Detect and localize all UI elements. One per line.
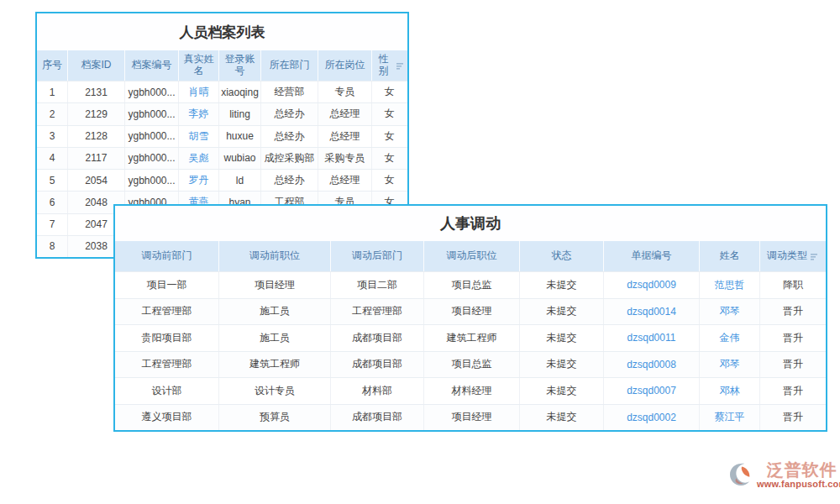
personnel-table-header: 序号档案ID档案编号真实姓名登录账号所在部门所在岗位性别 [37,50,407,81]
column-header-label: 单据编号 [632,250,672,262]
cell-name: 邓林 [699,378,759,404]
cell-doc_no: dzsqd0007 [603,378,699,404]
table-row: 项目一部项目经理项目二部项目总监未提交dzsqd0009范思哲降职 [115,271,826,298]
cell-after_post: 材料经理 [423,378,519,404]
cell-link-name[interactable]: 金伟 [720,331,740,345]
table-row: 42117ygbh000...吴彪wubiao成控采购部采购专员女 [37,147,407,169]
cell-text: 设计专员 [255,384,295,398]
cell-text: 4 [50,152,55,164]
cell-before_dept: 项目一部 [115,272,218,298]
column-header-after_dept: 调动后部门 [330,241,423,271]
column-header-label: 调动前职位 [249,250,300,262]
cell-link-name[interactable]: 罗丹 [189,173,209,187]
brand-text-block: 泛普软件 www.fanpusoft.com [757,461,840,489]
cell-text: 预算员 [260,410,290,424]
cell-text: 总经理 [330,107,360,121]
transfer-table-header: 调动前部门调动前职位调动后部门调动后职位状态单据编号姓名调动类型 [115,241,826,271]
cell-link-name[interactable]: 肖晴 [189,85,209,99]
cell-seq: 4 [37,148,67,169]
cell-text: 未提交 [547,384,577,398]
cell-link-doc_no[interactable]: dzsqd0007 [627,385,676,396]
cell-after_post: 项目经理 [423,405,519,431]
cell-dept: 总经办 [260,103,318,124]
cell-text: 女 [385,129,395,144]
cell-before_post: 施工员 [218,325,330,351]
table-row: 遵义项目部预算员成都项目部项目经理未提交dzsqd0002蔡江平晋升 [115,404,826,431]
cell-seq: 2 [37,103,67,124]
column-header-label: 调动前部门 [142,250,192,262]
column-header-label: 真实姓名 [181,54,217,77]
cell-text: 施工员 [260,304,290,318]
cell-dept: 总经办 [260,126,318,147]
cell-gender: 女 [371,148,407,169]
cell-text: 项目二部 [357,278,397,292]
cell-name: 胡雪 [178,126,218,147]
cell-seq: 7 [37,214,67,235]
cell-code: ygbh000... [124,170,178,191]
cell-link-doc_no[interactable]: dzsqd0014 [627,306,676,318]
column-header-label: 登录账号 [221,54,259,77]
cell-type: 晋升 [759,325,826,351]
cell-text: 晋升 [783,384,803,398]
cell-name: 肖晴 [178,81,218,102]
column-header-gender[interactable]: 性别 [371,50,407,81]
cell-text: 建筑工程师 [249,357,300,371]
column-header-label: 调动类型 [767,250,807,262]
cell-link-doc_no[interactable]: dzsqd0008 [627,359,676,370]
cell-text: 未提交 [547,410,577,424]
cell-name: 邓琴 [699,352,759,378]
cell-doc_no: dzsqd0009 [603,272,699,298]
column-header-type[interactable]: 调动类型 [759,241,826,271]
column-header-label: 所在岗位 [325,60,365,71]
cell-text: 7 [50,218,55,230]
cell-text: 2 [50,108,55,120]
brand-logo-icon [727,461,754,491]
cell-link-name[interactable]: 胡雪 [189,129,209,144]
cell-after_dept: 成都项目部 [330,325,423,351]
cell-text: 2129 [85,108,108,120]
cell-link-doc_no[interactable]: dzsqd0011 [627,332,676,344]
cell-text: 项目经理 [452,410,492,424]
sort-icon[interactable] [396,61,405,71]
cell-text: 总经办 [275,173,305,187]
cell-before_post: 建筑工程师 [218,352,330,378]
cell-link-name[interactable]: 邓林 [720,384,740,398]
cell-after_dept: 工程管理部 [330,299,423,325]
cell-after_post: 项目总监 [423,352,519,378]
cell-text: 成控采购部 [265,151,315,165]
cell-doc_no: dzsqd0008 [603,352,699,378]
cell-link-name[interactable]: 李婷 [189,107,209,121]
table-row: 32128ygbh000...胡雪huxue总经办总经理女 [37,125,407,147]
cell-type: 晋升 [759,299,826,325]
cell-text: 专员 [335,85,355,99]
transfer-table-title: 人事调动 [115,206,826,241]
cell-link-doc_no[interactable]: dzsqd0002 [627,412,676,423]
cell-text: 总经理 [330,173,360,187]
cell-text: ygbh000... [128,108,175,120]
cell-account: huxue [218,126,260,147]
cell-text: 女 [385,85,395,99]
cell-text: 建筑工程师 [447,331,497,345]
cell-link-name[interactable]: 邓琴 [720,304,740,318]
cell-text: 项目总监 [452,357,492,371]
cell-before_dept: 工程管理部 [115,299,218,325]
cell-dept: 成控采购部 [260,148,318,169]
cell-id: 2129 [67,103,124,124]
cell-link-name[interactable]: 邓琴 [720,357,740,371]
cell-link-doc_no[interactable]: dzsqd0009 [627,279,676,291]
cell-text: xiaoqing [221,87,259,98]
cell-name: 邓琴 [699,299,759,325]
cell-text: 5 [50,175,55,186]
table-row: 12131ygbh000...肖晴xiaoqing经营部专员女 [37,81,407,102]
transfer-table-body: 项目一部项目经理项目二部项目总监未提交dzsqd0009范思哲降职工程管理部施工… [115,271,826,430]
column-header-account: 登录账号 [218,50,260,81]
cell-link-name[interactable]: 蔡江平 [715,410,745,424]
cell-link-name[interactable]: 范思哲 [715,278,745,292]
cell-text: 遵义项目部 [142,410,192,424]
cell-gender: 女 [371,126,407,147]
sort-icon[interactable] [810,252,819,261]
cell-code: ygbh000... [124,103,178,124]
cell-after_dept: 项目二部 [330,272,423,298]
cell-text: 经营部 [275,85,305,99]
cell-link-name[interactable]: 吴彪 [189,151,209,165]
